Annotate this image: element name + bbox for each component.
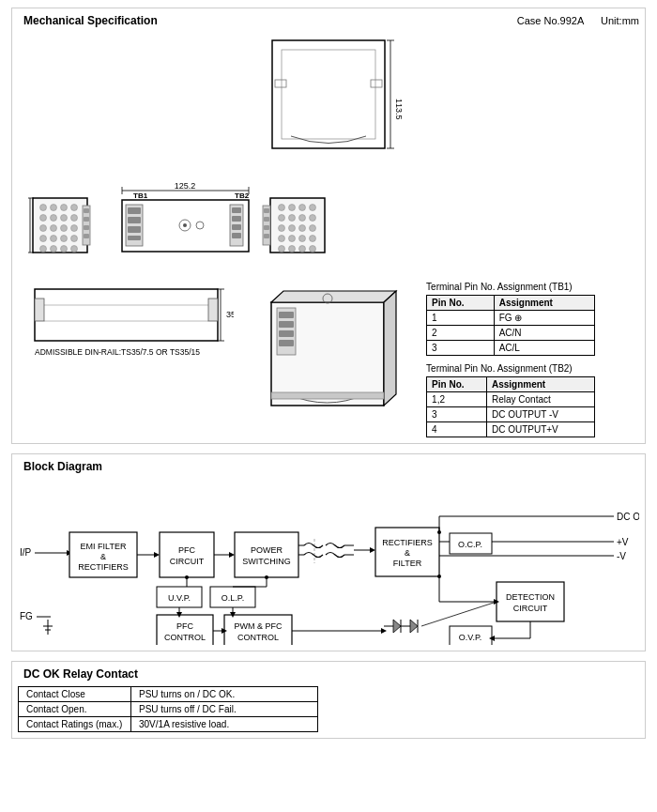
svg-point-74 — [299, 225, 306, 232]
svg-text:EMI FILTER: EMI FILTER — [81, 542, 127, 551]
tb2-row1-pin: 1,2 — [427, 392, 487, 407]
tb1-row3-pin: 3 — [427, 341, 495, 356]
svg-rect-47 — [128, 217, 141, 223]
svg-rect-0 — [272, 40, 385, 148]
mech-case-info: Case No.992A Unit:mm — [517, 15, 639, 26]
svg-text:CONTROL: CONTROL — [237, 633, 279, 642]
svg-point-51 — [183, 223, 187, 227]
svg-point-173 — [185, 575, 189, 579]
svg-point-64 — [279, 205, 285, 211]
svg-text:35: 35 — [226, 310, 234, 319]
tb1-row1-pin: 1 — [427, 311, 495, 326]
svg-text:&: & — [100, 552, 106, 561]
svg-text:113.5: 113.5 — [394, 99, 404, 120]
middle-row-svg: 40 125.2 TB1 TB2 — [28, 179, 629, 268]
svg-point-18 — [51, 225, 57, 232]
svg-point-73 — [289, 225, 296, 232]
svg-marker-95 — [271, 291, 396, 302]
tb1-header-assign: Assignment — [494, 296, 594, 311]
mech-title: Mechanical Specification — [18, 14, 158, 27]
svg-text:TB1: TB1 — [133, 192, 148, 200]
mech-header-row: Mechanical Specification Case No.992A Un… — [18, 14, 639, 27]
svg-text:O.V.P.: O.V.P. — [459, 633, 482, 642]
svg-rect-124 — [235, 532, 298, 577]
iso-view-svg — [251, 282, 410, 418]
svg-point-26 — [51, 246, 57, 253]
svg-point-22 — [51, 236, 57, 242]
svg-rect-101 — [279, 321, 294, 328]
table-row: 3 AC/L — [427, 341, 595, 356]
svg-rect-1 — [282, 50, 375, 139]
block-diagram-svg: I/P FG EMI FILTER & RECTIFIERS — [18, 481, 639, 645]
relay-contact-title: DC OK Relay Contact — [23, 667, 138, 681]
svg-rect-54 — [232, 207, 241, 213]
svg-rect-60 — [264, 208, 269, 213]
din-rail-area: 35 ADMISSIBLE DIN-RAIL:TS35/7.5 OR TS35/… — [18, 282, 234, 366]
svg-rect-31 — [84, 217, 89, 222]
tb2-table: Pin No. Assignment 1,2 Relay Contact — [426, 376, 595, 437]
svg-point-15 — [61, 215, 68, 222]
svg-point-75 — [310, 225, 316, 232]
svg-rect-100 — [279, 312, 294, 318]
svg-point-72 — [279, 225, 285, 232]
svg-point-14 — [51, 215, 57, 222]
svg-text:PFC: PFC — [178, 545, 196, 555]
svg-rect-55 — [232, 216, 241, 222]
svg-point-11 — [61, 205, 68, 211]
tb1-table-area: Terminal Pin No. Assignment (TB1) Pin No… — [426, 282, 639, 356]
svg-text:CIRCUIT: CIRCUIT — [170, 557, 205, 566]
svg-text:U.V.P.: U.V.P. — [168, 593, 191, 603]
svg-point-24 — [71, 236, 78, 242]
tb1-header-pin: Pin No. — [427, 296, 495, 311]
tb1-row2-assign: AC/N — [494, 326, 594, 341]
svg-point-10 — [51, 205, 57, 211]
tb1-row1-assign: FG ⊕ — [494, 311, 594, 326]
svg-point-12 — [71, 205, 78, 211]
svg-text:O.C.P.: O.C.P. — [458, 540, 482, 549]
svg-line-188 — [421, 602, 497, 626]
svg-marker-123 — [229, 552, 235, 558]
svg-point-78 — [299, 236, 306, 242]
block-diagram-area: I/P FG EMI FILTER & RECTIFIERS — [18, 481, 639, 645]
middle-row: 40 125.2 TB1 TB2 — [18, 179, 639, 268]
tb1-row2-pin: 2 — [427, 326, 495, 341]
tb2-header-pin: Pin No. — [427, 377, 487, 392]
tb1-row3-assign: AC/L — [494, 341, 594, 356]
svg-point-70 — [299, 215, 306, 222]
svg-point-76 — [279, 236, 285, 242]
svg-rect-63 — [264, 234, 269, 238]
svg-point-9 — [40, 205, 47, 211]
svg-rect-103 — [279, 340, 294, 346]
svg-point-80 — [279, 246, 285, 253]
svg-point-17 — [40, 225, 47, 232]
tb2-row3-assign: DC OUTPUT+V — [486, 422, 594, 437]
table-row: 1 FG ⊕ — [427, 311, 595, 326]
svg-rect-87 — [35, 299, 44, 321]
block-diagram-title: Block Diagram — [23, 460, 102, 473]
svg-rect-102 — [279, 330, 294, 337]
svg-rect-61 — [264, 217, 269, 222]
svg-text:125.2: 125.2 — [175, 181, 196, 191]
svg-point-21 — [40, 236, 47, 242]
mechanical-section: Mechanical Specification Case No.992A Un… — [11, 8, 646, 444]
svg-rect-46 — [128, 207, 141, 214]
svg-point-154 — [437, 575, 441, 578]
svg-rect-57 — [232, 233, 241, 238]
svg-point-19 — [61, 225, 68, 232]
svg-text:DETECTION: DETECTION — [506, 592, 555, 602]
tb1-table: Pin No. Assignment 1 FG ⊕ 2 — [426, 295, 595, 356]
svg-text:RECTIFIERS: RECTIFIERS — [382, 538, 433, 547]
svg-point-83 — [310, 246, 316, 253]
svg-text:PFC: PFC — [176, 621, 194, 631]
table-row: 2 AC/N — [427, 326, 595, 341]
svg-point-20 — [71, 225, 78, 232]
svg-point-140 — [437, 530, 441, 534]
svg-point-69 — [289, 215, 296, 222]
svg-text:DC OK: DC OK — [617, 512, 639, 522]
svg-text:POWER: POWER — [251, 545, 283, 555]
terminal-tables: Terminal Pin No. Assignment (TB1) Pin No… — [426, 282, 639, 437]
block-diagram-section: Block Diagram I/P FG EMI FILTER — [11, 453, 646, 651]
svg-point-66 — [299, 205, 306, 211]
svg-rect-97 — [271, 392, 384, 399]
svg-point-28 — [71, 246, 78, 253]
